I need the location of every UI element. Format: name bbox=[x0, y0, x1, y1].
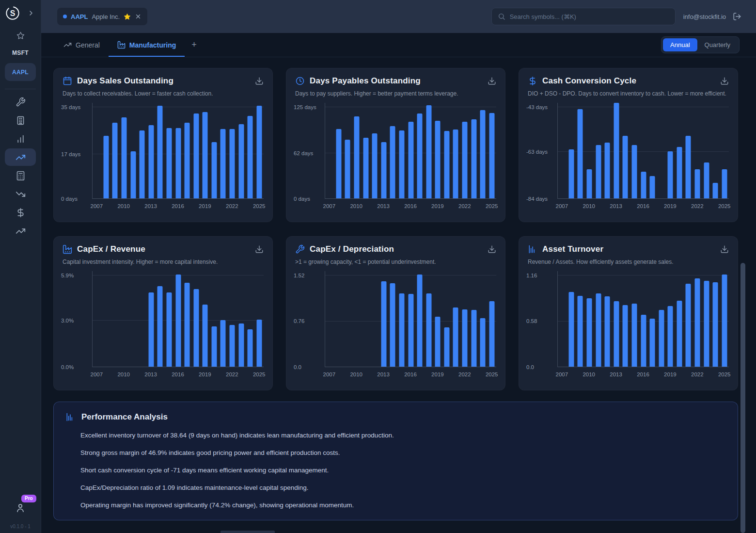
bar-2009 bbox=[345, 140, 350, 198]
factory-icon bbox=[117, 41, 126, 49]
y-tick-label: -43 days bbox=[526, 104, 548, 110]
bar-2016 bbox=[175, 275, 181, 367]
bar-2014 bbox=[158, 106, 163, 198]
bar-2022 bbox=[462, 309, 467, 367]
sidebar-item-valuation[interactable] bbox=[5, 204, 36, 221]
bar-2020 bbox=[211, 142, 217, 198]
bar-2014 bbox=[623, 305, 628, 367]
download-icon[interactable] bbox=[255, 245, 264, 254]
chart-subtitle: DIO + DSO - DPO. Days to convert invento… bbox=[526, 90, 729, 97]
bar-2020 bbox=[444, 327, 449, 367]
x-tick-label: 2022 bbox=[226, 203, 238, 209]
tab-general[interactable]: General bbox=[55, 33, 109, 57]
download-icon[interactable] bbox=[720, 245, 729, 254]
user-account-button[interactable]: Pro bbox=[15, 502, 26, 513]
tab-manufacturing[interactable]: Manufacturing bbox=[109, 33, 185, 57]
sidebar-item-risk[interactable] bbox=[5, 185, 36, 203]
bar-2022 bbox=[694, 169, 700, 198]
sidebar-item-company[interactable] bbox=[5, 112, 36, 129]
close-icon[interactable] bbox=[135, 13, 142, 20]
bar-2024 bbox=[248, 116, 253, 198]
y-tick-label: 1.16 bbox=[526, 273, 537, 278]
y-tick-label: 35 days bbox=[61, 104, 80, 110]
download-icon[interactable] bbox=[488, 245, 496, 254]
bar-2015 bbox=[166, 292, 172, 367]
search-box[interactable] bbox=[491, 8, 676, 25]
card-days-payables-outstanding: Days Payables Outstanding Days to pay su… bbox=[286, 68, 505, 222]
sidebar-ticker-msft[interactable]: MSFT bbox=[12, 49, 29, 56]
sidebar-ticker-aapl[interactable]: AAPL bbox=[5, 63, 36, 81]
x-axis-labels: 2007201020132016201920222025 bbox=[325, 199, 496, 210]
symbol-chip-aapl[interactable]: AAPL Apple Inc. bbox=[57, 8, 147, 25]
x-tick-label: 2022 bbox=[691, 371, 704, 377]
bar-2021 bbox=[220, 320, 226, 367]
card-days-sales-outstanding: Days Sales Outstanding Days to collect r… bbox=[53, 68, 273, 222]
bar-2009 bbox=[578, 109, 583, 198]
x-tick-label: 2013 bbox=[610, 203, 622, 209]
bar-2015 bbox=[166, 128, 172, 198]
x-tick-label: 2025 bbox=[486, 371, 498, 377]
bar-chart: 1.520.760.0 2007201020132016201920222025 bbox=[294, 271, 496, 379]
sidebar-item-tools[interactable] bbox=[5, 93, 36, 111]
bar-2023 bbox=[471, 119, 476, 198]
bar-2011 bbox=[596, 293, 601, 367]
x-tick-label: 2016 bbox=[404, 371, 417, 377]
x-tick-label: 2010 bbox=[583, 371, 595, 377]
quarterly-button[interactable]: Quarterly bbox=[697, 38, 738, 51]
annual-button[interactable]: Annual bbox=[663, 38, 697, 51]
bar-2025 bbox=[722, 169, 727, 198]
add-tab-button[interactable]: + bbox=[185, 33, 204, 57]
x-tick-label: 2022 bbox=[458, 203, 471, 209]
wrench-icon bbox=[295, 244, 305, 254]
search-input[interactable] bbox=[510, 13, 669, 20]
chip-company: Apple Inc. bbox=[92, 13, 120, 20]
download-icon[interactable] bbox=[255, 77, 264, 85]
bar-2013 bbox=[148, 292, 154, 367]
gridline bbox=[558, 151, 729, 152]
vertical-scrollbar-thumb[interactable] bbox=[740, 263, 745, 533]
bar-chart-icon bbox=[16, 134, 26, 144]
x-tick-label: 2013 bbox=[144, 203, 157, 209]
plot-area bbox=[92, 103, 264, 199]
trending-up-icon bbox=[63, 41, 72, 49]
sidebar-item-calculator[interactable] bbox=[5, 167, 36, 184]
bar-chart: -43 days-63 days-84 days 200720102013201… bbox=[526, 103, 729, 210]
watchlist-star-icon[interactable] bbox=[16, 32, 25, 40]
sidebar-item-performance[interactable] bbox=[5, 222, 36, 240]
x-tick-label: 2025 bbox=[486, 203, 498, 209]
chart-title: Days Sales Outstanding bbox=[77, 76, 173, 86]
bar-2014 bbox=[390, 126, 395, 198]
bar-2016 bbox=[408, 122, 413, 198]
bar-2016 bbox=[641, 315, 646, 367]
download-icon[interactable] bbox=[488, 77, 496, 85]
bar-chart-icon bbox=[65, 412, 75, 422]
sidebar-expand-button[interactable] bbox=[26, 8, 36, 18]
x-tick-label: 2010 bbox=[350, 203, 362, 209]
chart-subtitle: >1 = growing capacity, <1 = potential un… bbox=[294, 258, 496, 265]
card-capex-depreciation: CapEx / Depreciation >1 = growing capaci… bbox=[286, 236, 505, 390]
bar-2012 bbox=[372, 133, 378, 198]
sidebar-item-metrics[interactable] bbox=[5, 148, 36, 166]
dollar-icon bbox=[528, 76, 537, 86]
bar-2017 bbox=[650, 176, 655, 198]
chart-title: Asset Turnover bbox=[542, 244, 603, 254]
bar-2011 bbox=[130, 151, 136, 198]
bar-2012 bbox=[140, 130, 145, 198]
x-tick-label: 2013 bbox=[377, 371, 390, 377]
y-axis-labels: 1.520.760.0 bbox=[294, 271, 325, 367]
chart-title: Cash Conversion Cycle bbox=[542, 76, 636, 86]
download-icon[interactable] bbox=[720, 77, 729, 85]
analysis-line: Strong gross margin of 46.9% indicates g… bbox=[80, 449, 726, 456]
x-tick-label: 2007 bbox=[323, 371, 336, 377]
bar-2020 bbox=[444, 131, 449, 198]
bar-2019 bbox=[435, 121, 441, 198]
bar-2020 bbox=[677, 301, 682, 367]
bar-chart: 35 days17 days0 days 2007201020132016201… bbox=[61, 103, 264, 210]
favorite-star-icon[interactable] bbox=[124, 13, 131, 20]
x-tick-label: 2019 bbox=[199, 371, 211, 377]
logout-icon[interactable] bbox=[733, 12, 741, 21]
sidebar-item-financials[interactable] bbox=[5, 130, 36, 147]
bar-2013 bbox=[381, 281, 386, 367]
bar-2021 bbox=[453, 129, 458, 198]
bar-2019 bbox=[203, 305, 208, 367]
